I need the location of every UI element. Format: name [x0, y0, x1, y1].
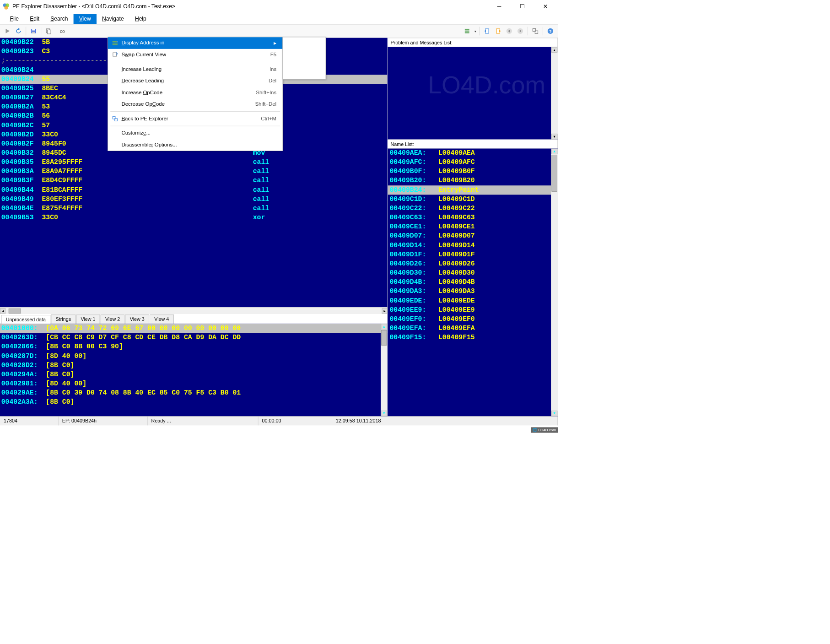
copy-button[interactable]: [43, 26, 54, 36]
scroll-down-icon[interactable]: ▼: [551, 134, 557, 139]
svg-rect-22: [113, 53, 117, 56]
disasm-line[interactable]: 00409B44 E81BCAFFFF call: [0, 185, 388, 195]
import-button[interactable]: [482, 26, 492, 36]
help-button[interactable]: ?: [545, 26, 555, 36]
minimize-button[interactable]: ─: [492, 2, 506, 11]
name-line[interactable]: 00409C1D: L00409C1D: [388, 195, 558, 204]
menu-item-swap-current-view[interactable]: Swap Current ViewF5: [108, 49, 283, 61]
msg-vscroll[interactable]: ▲ ▼: [551, 47, 558, 140]
menu-item-icon: [110, 115, 119, 122]
hex-line[interactable]: 004028D2: [8B C0]: [0, 361, 388, 370]
name-line[interactable]: 00409CE1: L00409CE1: [388, 222, 558, 232]
name-line[interactable]: 00409EF0: L00409EF0: [388, 314, 558, 324]
disasm-line[interactable]: 00409B53 33C0 xor: [0, 213, 388, 222]
scroll-down-icon[interactable]: ▼: [381, 411, 387, 416]
dropdown-arrow-icon[interactable]: ▼: [474, 29, 477, 32]
hex-line[interactable]: 0040263D: [CB CC C8 C9 D7 CF C8 CD CE DB…: [0, 333, 388, 342]
menu-item-display-address-in[interactable]: Display Address in▶View 1F6View 2F7View …: [108, 37, 283, 49]
menu-search[interactable]: Search: [45, 14, 74, 24]
hex-line[interactable]: 0040287D: [8D 40 00]: [0, 352, 388, 361]
disasm-line[interactable]: 00409B3F E8D4C9FFFF call: [0, 176, 388, 185]
menu-help[interactable]: Help: [129, 14, 152, 24]
submenu-item-view-1[interactable]: View 1F6: [283, 37, 325, 48]
scroll-down-icon[interactable]: ▼: [551, 411, 557, 416]
submenu-item-view-4[interactable]: View 4F9: [283, 69, 325, 79]
tab-view-1[interactable]: View 1: [76, 314, 100, 323]
back-button[interactable]: [504, 26, 514, 36]
tool-misc-1[interactable]: [462, 26, 472, 36]
hex-line[interactable]: 00402A3A: [8B C0]: [0, 398, 388, 407]
maximize-button[interactable]: ☐: [515, 2, 529, 11]
disasm-line[interactable]: 00409B49 E80EF3FFFF call: [0, 195, 388, 204]
name-line[interactable]: 00409B24: EntryPoint: [388, 185, 558, 195]
disasm-line[interactable]: 00409B4E E875F4FFFF call: [0, 204, 388, 213]
name-line[interactable]: 00409D1F: L00409D1F: [388, 250, 558, 259]
scroll-up-icon[interactable]: ▲: [381, 324, 387, 330]
name-line[interactable]: 00409DA3: L00409DA3: [388, 287, 558, 296]
refresh-button[interactable]: [14, 26, 24, 36]
hex-vscroll[interactable]: ▲ ▼: [381, 324, 388, 417]
play-button[interactable]: [2, 26, 12, 36]
tab-strings[interactable]: Strings: [51, 314, 75, 323]
scroll-thumb[interactable]: [552, 155, 557, 192]
hex-panel[interactable]: 00401000: [0A 06 73 74 72 69 6E 67 00 00…: [0, 324, 388, 417]
tab-unprocessed-data[interactable]: Unprocessed data: [1, 315, 50, 324]
scroll-thumb[interactable]: [9, 308, 21, 314]
close-button[interactable]: ✕: [539, 2, 552, 11]
scroll-left-icon[interactable]: ◄: [0, 308, 5, 314]
name-line[interactable]: 00409B0F: L00409B0F: [388, 167, 558, 176]
tab-view-3[interactable]: View 3: [125, 314, 149, 323]
menu-item-decrease-leading[interactable]: Decrease LeadingDel: [108, 75, 283, 87]
hex-line[interactable]: 00402866: [8B C0 8B 00 C3 90]: [0, 342, 388, 352]
submenu-item-view-3[interactable]: View 3F8: [283, 58, 325, 69]
menu-item-back-to-pe-explorer[interactable]: Back to PE ExplorerCtrl+M: [108, 113, 283, 125]
names-vscroll[interactable]: ▲ ▼: [551, 149, 558, 417]
app-icon: [2, 3, 10, 10]
menu-view[interactable]: View: [74, 14, 97, 24]
scroll-right-icon[interactable]: ►: [382, 308, 388, 314]
scroll-up-icon[interactable]: ▲: [551, 47, 557, 53]
name-line[interactable]: 00409C63: L00409C63: [388, 213, 558, 222]
submenu-item-view-2[interactable]: View 2F7: [283, 48, 325, 58]
menu-item-customize-[interactable]: Customize...: [108, 127, 283, 139]
name-line[interactable]: 00409AEA: L00409AEA: [388, 149, 558, 158]
name-line[interactable]: 00409D07: L00409D07: [388, 232, 558, 241]
scroll-up-icon[interactable]: ▲: [551, 149, 557, 154]
name-line[interactable]: 00409D4B: L00409D4B: [388, 278, 558, 287]
disasm-line[interactable]: 00409B3A E8A9A7FFFF call: [0, 167, 388, 176]
name-line[interactable]: 00409B20: L00409B20: [388, 176, 558, 185]
name-line[interactable]: 00409EFA: L00409EFA: [388, 324, 558, 333]
menu-separator: [110, 62, 280, 62]
name-line[interactable]: 00409EDE: L00409EDE: [388, 296, 558, 305]
disasm-hscroll[interactable]: ◄ ►: [0, 307, 388, 314]
menu-edit[interactable]: Edit: [24, 14, 45, 24]
name-line[interactable]: 00409C22: L00409C22: [388, 204, 558, 213]
menu-item-increase-leading[interactable]: Increase LeadingIns: [108, 63, 283, 75]
name-line[interactable]: 00409D26: L00409D26: [388, 259, 558, 268]
forward-button[interactable]: [515, 26, 525, 36]
disasm-line[interactable]: 00409B35 E8A295FFFF call: [0, 158, 388, 167]
menu-item-increase-opcode[interactable]: Increase OpCodeShift+Ins: [108, 87, 283, 99]
messages-panel[interactable]: ▲ ▼: [388, 47, 558, 140]
menu-file[interactable]: File: [4, 14, 24, 24]
save-button[interactable]: [28, 26, 38, 36]
menu-item-disassembler-options-[interactable]: Disassembler Options...: [108, 139, 283, 151]
name-line[interactable]: 00409AFC: L00409AFC: [388, 158, 558, 167]
hex-line[interactable]: 0040294A: [8B C0]: [0, 370, 388, 379]
namelist-panel[interactable]: 00409AEA: L00409AEA00409AFC: L00409AFC00…: [388, 149, 558, 417]
export-button[interactable]: [493, 26, 503, 36]
tab-view-4[interactable]: View 4: [150, 314, 173, 323]
name-line[interactable]: 00409EE9: L00409EE9: [388, 305, 558, 314]
name-line[interactable]: 00409F15: L00409F15: [388, 333, 558, 342]
scroll-thumb[interactable]: [381, 330, 387, 346]
name-line[interactable]: 00409D30: L00409D30: [388, 269, 558, 278]
windows-button[interactable]: [530, 26, 540, 36]
menu-navigate[interactable]: Navigate: [97, 14, 129, 24]
tab-view-2[interactable]: View 2: [101, 314, 124, 323]
hex-line[interactable]: 00402981: [8D 40 00]: [0, 379, 388, 389]
hex-line[interactable]: 00401000: [0A 06 73 74 72 69 6E 67 00 00…: [0, 324, 388, 333]
name-line[interactable]: 00409D14: L00409D14: [388, 241, 558, 250]
hex-line[interactable]: 004029AE: [8B C0 39 D0 74 08 8B 40 EC 85…: [0, 389, 388, 398]
menu-item-decrease-opcode[interactable]: Decrease OpCodeShift+Del: [108, 98, 283, 110]
display-address-submenu: View 1F6View 2F7View 3F8View 4F9: [283, 37, 326, 80]
